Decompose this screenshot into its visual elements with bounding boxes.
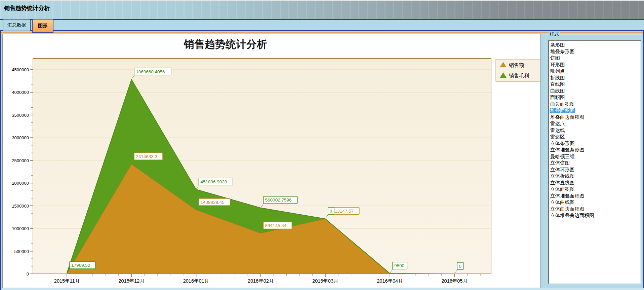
tab-label: 图形 bbox=[38, 23, 47, 29]
style-option[interactable]: 堆叠面积图 bbox=[550, 107, 640, 114]
application-window: 销售趋势统计分析 汇总数据 图形 05000001000000150000020… bbox=[0, 0, 644, 290]
style-option[interactable]: 条形图 bbox=[550, 42, 640, 48]
tab-content-area: 0500000100000015000002000000250000030000… bbox=[0, 30, 644, 290]
style-option[interactable]: 饼图 bbox=[550, 55, 640, 62]
legend-entry: 销售毛利 bbox=[509, 73, 529, 78]
value-label: 0 bbox=[330, 209, 332, 214]
style-option[interactable]: 立体折线图 bbox=[550, 173, 640, 180]
style-option[interactable]: 面积图 bbox=[550, 94, 640, 101]
x-axis-label: 2016年05月 bbox=[442, 278, 468, 284]
y-axis-label: 2500000 bbox=[12, 158, 29, 163]
y-axis-label: 3500000 bbox=[12, 113, 29, 118]
chart-title: 销售趋势统计分析 bbox=[183, 38, 267, 50]
style-option[interactable]: 立体饼图 bbox=[550, 160, 640, 167]
style-option[interactable]: 立体堆叠面积图 bbox=[550, 193, 640, 200]
style-option[interactable]: 立体曲边面积图 bbox=[550, 206, 640, 213]
style-option[interactable]: 雷达点 bbox=[550, 120, 640, 127]
tab-label: 汇总数据 bbox=[7, 22, 26, 28]
style-option[interactable]: 雷达区 bbox=[550, 134, 640, 140]
x-axis-label: 2016年01月 bbox=[183, 278, 209, 284]
style-option[interactable]: 曲边面积图 bbox=[550, 101, 640, 108]
chart-style-listbox[interactable]: 条形图堆叠条形图饼图环形图散列点折线图直线图曲线图面积图曲边面积图堆叠面积图堆叠… bbox=[548, 40, 641, 284]
y-axis-label: 3000000 bbox=[12, 135, 29, 140]
y-axis-label: 1500000 bbox=[12, 204, 29, 209]
value-label: 560002.7596 bbox=[265, 197, 292, 203]
sales-trend-chart: 0500000100000015000002000000250000030000… bbox=[3, 34, 540, 288]
x-axis-label: 2016年02月 bbox=[248, 278, 274, 284]
style-option[interactable]: 直线图 bbox=[550, 81, 640, 88]
value-label: 2414633.3 bbox=[136, 154, 157, 159]
y-axis-label: 1000000 bbox=[12, 226, 29, 231]
x-axis-label: 2015年12月 bbox=[119, 278, 145, 284]
style-option[interactable]: 曲线图 bbox=[550, 88, 640, 95]
tab-summary-data[interactable]: 汇总数据 bbox=[3, 19, 31, 31]
value-label: 1408328.45 bbox=[200, 200, 224, 205]
x-axis-label: 2016年03月 bbox=[312, 278, 338, 284]
style-option[interactable]: 堆叠曲边面积图 bbox=[550, 114, 640, 121]
bottom-strip bbox=[2, 288, 644, 290]
y-axis-label: 500000 bbox=[14, 249, 29, 254]
style-option[interactable]: 曼哈顿三维 bbox=[550, 153, 640, 160]
style-group-title: 样式 bbox=[549, 31, 560, 37]
style-option[interactable]: 堆叠条形图 bbox=[550, 48, 640, 55]
tabstrip-divider bbox=[0, 19, 644, 20]
value-label: 894145.44 bbox=[265, 223, 287, 228]
x-axis-label: 2015年11月 bbox=[54, 278, 80, 284]
tab-chart[interactable]: 图形 bbox=[32, 19, 53, 33]
style-option[interactable]: 环形图 bbox=[550, 62, 640, 68]
value-label: 1869660.4056 bbox=[136, 69, 165, 74]
legend-entry: 销售额 bbox=[509, 62, 524, 68]
style-option[interactable]: 立体面积图 bbox=[550, 186, 640, 193]
window-title: 销售趋势统计分析 bbox=[4, 4, 50, 12]
style-option[interactable]: 折线图 bbox=[550, 75, 640, 81]
window-titlebar: 销售趋势统计分析 bbox=[0, 0, 644, 19]
style-option[interactable]: 立体曲线图 bbox=[550, 199, 640, 206]
y-axis-label: 0 bbox=[27, 271, 29, 277]
chart-panel: 0500000100000015000002000000250000030000… bbox=[2, 34, 540, 288]
value-label: 451896.9028 bbox=[200, 179, 227, 184]
y-axis-label: 2000000 bbox=[12, 181, 29, 186]
style-option[interactable]: 散列点 bbox=[550, 68, 640, 75]
value-label: 17969.52 bbox=[71, 263, 90, 268]
style-groupbox: 样式 条形图堆叠条形图饼图环形图散列点折线图直线图曲线图面积图曲边面积图堆叠面积… bbox=[545, 31, 643, 289]
x-axis-label: 2016年04月 bbox=[377, 278, 403, 284]
style-option[interactable]: 立体堆叠条形图 bbox=[550, 147, 640, 153]
y-axis-label: 4500000 bbox=[12, 67, 29, 72]
style-option[interactable]: 立体堆叠曲边面积图 bbox=[550, 212, 640, 219]
style-option[interactable]: 雷达线 bbox=[550, 127, 640, 134]
style-option[interactable]: 立体条形图 bbox=[550, 140, 640, 147]
value-label: 0 bbox=[459, 264, 461, 269]
value-label: 9800 bbox=[394, 263, 404, 268]
style-option[interactable]: 立体直线图 bbox=[550, 180, 640, 186]
style-option[interactable]: 立体环形图 bbox=[550, 167, 640, 173]
y-axis-label: 4000000 bbox=[12, 90, 29, 95]
